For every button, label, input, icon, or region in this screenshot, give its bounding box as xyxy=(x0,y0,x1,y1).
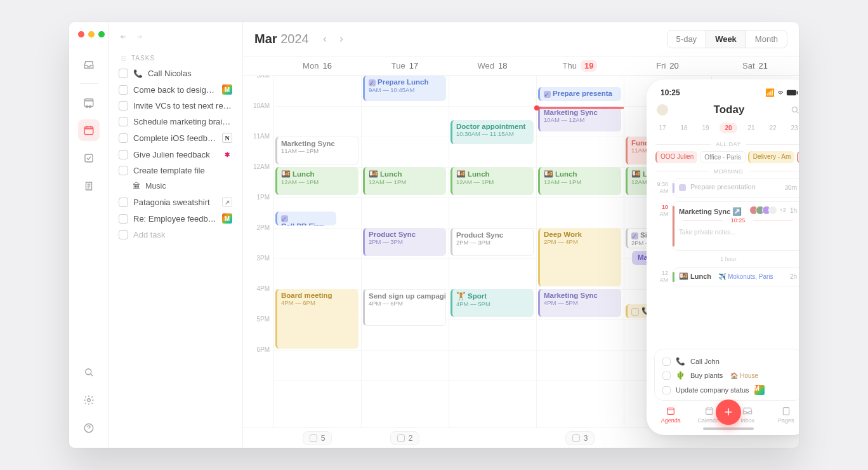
task-row[interactable]: Come back to designerM xyxy=(114,81,237,98)
day-header[interactable]: Mon 16 xyxy=(273,57,361,75)
mobile-task-row[interactable]: 📞Call John xyxy=(656,354,799,368)
day-header[interactable]: Thu 19 xyxy=(536,57,624,75)
mobile-task-row[interactable]: 🌵Buy plants🏠 House xyxy=(656,368,799,382)
day-column[interactable]: ✓Prepare presentaMarketing Sync10AM — 12… xyxy=(536,76,624,427)
mobile-event-list[interactable]: 9:30AM Prepare presentation 30m 10AM Mar… xyxy=(647,177,799,346)
view-month-button[interactable]: Month xyxy=(746,30,787,48)
day-summary-pill[interactable]: 2 xyxy=(390,431,420,445)
mobile-tab-agenda[interactable]: Agenda xyxy=(658,406,683,424)
mobile-task-checkbox[interactable] xyxy=(662,372,671,380)
calendar-event[interactable]: Product Sync2PM — 3PM xyxy=(363,228,446,256)
mobile-allday-chip[interactable]: OO xyxy=(797,151,799,163)
mobile-task-row[interactable]: Update company statusM xyxy=(656,382,799,398)
mobile-avatar[interactable] xyxy=(657,104,668,116)
event-checkbox[interactable]: ✓ xyxy=(544,91,551,98)
next-period-button[interactable] xyxy=(334,32,348,46)
calendar-event[interactable]: 🍱 Lunch12AM — 1PM xyxy=(538,167,621,195)
minimize-window-button[interactable] xyxy=(88,31,95,37)
help-icon[interactable] xyxy=(78,417,100,439)
calendar-event[interactable]: Doctor appointment10:30AM — 11:15AM xyxy=(450,120,534,144)
tasks-icon[interactable] xyxy=(78,147,100,169)
mobile-fab-add[interactable]: + xyxy=(716,399,741,425)
calendar-event[interactable]: 🍱 Lunch12AM — 1PM xyxy=(450,167,534,195)
mobile-allday-chip[interactable]: Delivery - Am xyxy=(748,151,794,163)
task-row[interactable]: Create template file xyxy=(114,163,237,178)
mobile-tab-pages[interactable]: Pages xyxy=(773,406,799,424)
calendar-event[interactable]: Marketing Sync10AM — 12AM xyxy=(538,106,621,131)
mobile-day[interactable]: 18 xyxy=(676,123,691,133)
day-column[interactable]: Doctor appointment10:30AM — 11:15AM🍱 Lun… xyxy=(449,76,536,427)
mobile-day[interactable]: 19 xyxy=(698,123,713,133)
nav-back-button[interactable] xyxy=(116,30,130,44)
day-header[interactable]: Fri 20 xyxy=(624,57,711,75)
task-checkbox[interactable] xyxy=(119,117,128,126)
mobile-day[interactable]: 23 xyxy=(787,123,799,133)
search-icon[interactable] xyxy=(78,361,100,383)
calendar-icon[interactable] xyxy=(78,119,100,141)
day-icon[interactable]: 20 xyxy=(78,91,100,113)
task-checkbox[interactable] xyxy=(119,85,128,95)
calendar-event[interactable]: 🍱 Lunch12AM — 1PM xyxy=(363,167,446,195)
day-summary-pill[interactable]: 3 xyxy=(565,431,595,445)
task-row[interactable]: Schedule marketing brainstor... xyxy=(114,114,237,130)
mobile-allday-chip[interactable]: Office - Paris xyxy=(700,151,746,163)
view-week-button[interactable]: Week xyxy=(706,30,746,48)
calendar-event[interactable]: ✓Call PR Firm xyxy=(275,211,336,225)
task-checkbox[interactable] xyxy=(119,101,128,111)
mobile-allday-chip[interactable]: OOO Julien xyxy=(655,151,697,163)
maximize-window-button[interactable] xyxy=(98,31,105,37)
mobile-day-picker[interactable]: 17181920212223 xyxy=(647,121,799,138)
mobile-notes-field[interactable]: Take private notes... xyxy=(679,225,797,236)
mobile-task-checkbox[interactable] xyxy=(662,386,671,394)
view-5day-button[interactable]: 5-day xyxy=(667,30,706,48)
mobile-event-lunch[interactable]: 12AM 🍱 Lunch ✈️ Mokonuts, Paris 2h xyxy=(653,267,799,286)
task-checkbox[interactable] xyxy=(119,214,128,224)
calendar-event[interactable]: Send sign up campagin4PM — 6PM xyxy=(363,289,446,326)
task-row[interactable]: Invite VCs to test next release xyxy=(114,98,237,114)
notes-icon[interactable] xyxy=(78,175,100,197)
calendar-event[interactable]: 🏋️ Sport4PM — 5PM xyxy=(450,289,534,317)
mobile-day[interactable]: 22 xyxy=(765,123,780,133)
day-column[interactable]: ✓Prepare Lunch9AM — 10:45AM🍱 Lunch12AM —… xyxy=(361,76,449,427)
day-column[interactable]: Marketing Sync11AM — 1PM🍱 Lunch12AM — 1P… xyxy=(273,76,361,427)
prev-period-button[interactable] xyxy=(318,32,332,46)
inbox-icon[interactable] xyxy=(78,54,100,76)
mobile-event-sync[interactable]: 10AM Marketing Sync ↗️ +2 1h 10:25 Take … xyxy=(653,201,799,251)
task-row[interactable]: Patagonia sweatshirt↗ xyxy=(114,194,237,210)
task-checkbox[interactable] xyxy=(119,166,128,175)
calendar-event[interactable]: Board meeting4PM — 6PM xyxy=(275,289,358,349)
mobile-task-checkbox[interactable] xyxy=(662,358,671,366)
mobile-day[interactable]: 17 xyxy=(655,123,669,133)
calendar-event[interactable]: ✓Prepare presenta xyxy=(538,87,621,101)
mobile-day[interactable]: 20 xyxy=(720,123,737,133)
event-checkbox[interactable]: ✓ xyxy=(631,232,638,239)
mobile-day[interactable]: 21 xyxy=(744,123,758,133)
calendar-event[interactable]: ✓Prepare Lunch9AM — 10:45AM xyxy=(363,76,446,101)
task-checkbox[interactable] xyxy=(119,133,128,143)
nav-forward-button[interactable] xyxy=(133,30,147,44)
calendar-event[interactable]: 🍱 Lunch12AM — 1PM xyxy=(275,167,358,195)
day-header[interactable]: Tue 17 xyxy=(361,57,449,75)
task-row[interactable]: Re: Employee feedbackM xyxy=(114,210,237,227)
event-checkbox[interactable]: ✓ xyxy=(281,215,288,222)
mobile-event-prepare[interactable]: 9:30AM Prepare presentation 30m xyxy=(653,178,799,198)
day-header[interactable]: Sat 21 xyxy=(711,57,799,75)
calendar-event[interactable]: Marketing Sync4PM — 5PM xyxy=(538,289,621,317)
event-checkbox[interactable]: ✓ xyxy=(369,79,376,86)
close-window-button[interactable] xyxy=(78,31,84,37)
day-summary-pill[interactable]: 5 xyxy=(303,431,332,445)
task-checkbox[interactable] xyxy=(119,150,128,159)
calendar-event[interactable]: Product Sync2PM — 3PM xyxy=(450,228,534,256)
gear-icon[interactable] xyxy=(78,389,100,411)
task-subrow[interactable]: 🏛 Music xyxy=(114,178,237,194)
task-row[interactable]: 📞Call Nicolas xyxy=(114,65,237,81)
mobile-search-icon[interactable] xyxy=(790,105,799,115)
task-row[interactable]: Complete iOS feedbackN xyxy=(114,130,237,146)
task-checkbox[interactable] xyxy=(119,69,128,78)
day-header[interactable]: Wed 18 xyxy=(449,57,536,75)
task-row[interactable]: Give Julien feedback✱ xyxy=(114,146,237,163)
calendar-event[interactable]: Marketing Sync11AM — 1PM xyxy=(275,137,358,164)
calendar-event[interactable]: Deep Work2PM — 4PM xyxy=(538,228,621,286)
task-checkbox[interactable] xyxy=(119,198,128,207)
add-task-button[interactable]: Add task xyxy=(114,227,237,243)
